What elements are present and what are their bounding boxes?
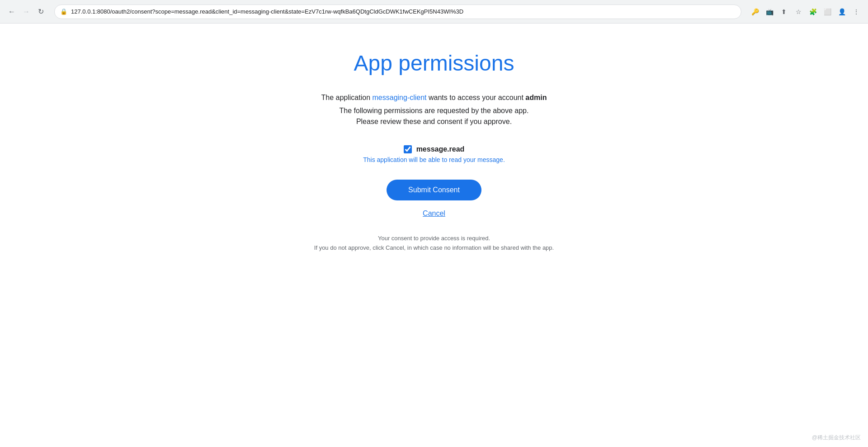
sub-desc-line2: Please review these and consent if you a… — [356, 118, 512, 125]
consent-note: Your consent to provide access is requir… — [314, 234, 554, 253]
share-icon: ⬆ — [781, 8, 787, 15]
desc-text-1: The application — [321, 94, 373, 101]
page-title: App permissions — [354, 51, 514, 76]
cast-button[interactable]: 📺 — [763, 5, 776, 18]
page-content: App permissions The application messagin… — [0, 24, 868, 447]
window-icon: ⬜ — [824, 8, 831, 15]
window-button[interactable]: ⬜ — [821, 5, 834, 18]
reload-button[interactable]: ↻ — [34, 5, 47, 18]
back-button[interactable]: ← — [5, 5, 18, 18]
key-button[interactable]: 🔑 — [749, 5, 761, 18]
forward-icon: → — [23, 8, 30, 16]
permission-checkbox[interactable] — [404, 145, 412, 153]
address-bar[interactable]: 🔒 — [54, 5, 741, 19]
profile-button[interactable]: 👤 — [835, 5, 848, 18]
desc-text-2: wants to access your account — [427, 94, 526, 101]
watermark: @稀土掘金技术社区 — [812, 434, 861, 442]
key-icon: 🔑 — [751, 8, 759, 15]
share-button[interactable]: ⬆ — [778, 5, 790, 18]
browser-actions: 🔑 📺 ⬆ ☆ 🧩 ⬜ 👤 ⋮ — [749, 5, 863, 18]
cast-icon: 📺 — [766, 8, 774, 15]
menu-button[interactable]: ⋮ — [850, 5, 863, 18]
puzzle-icon: 🧩 — [809, 8, 817, 15]
consent-note-line2: If you do not approve, click Cancel, in … — [314, 244, 554, 251]
extensions-button[interactable]: 🧩 — [807, 5, 819, 18]
permission-row: message.read — [404, 145, 465, 153]
nav-buttons: ← → ↻ — [5, 5, 47, 18]
cancel-link[interactable]: Cancel — [423, 209, 445, 218]
permission-description: This application will be able to read yo… — [363, 156, 505, 163]
menu-icon: ⋮ — [853, 8, 859, 15]
browser-chrome: ← → ↻ 🔒 🔑 📺 ⬆ ☆ 🧩 ⬜ 👤 — [0, 0, 868, 24]
consent-note-line1: Your consent to provide access is requir… — [378, 235, 490, 242]
reload-icon: ↻ — [38, 7, 44, 16]
main-container: App permissions The application messagin… — [298, 51, 570, 253]
app-name: messaging-client — [373, 94, 427, 101]
account-name: admin — [525, 94, 547, 101]
forward-button[interactable]: → — [20, 5, 33, 18]
profile-icon: 👤 — [838, 8, 846, 15]
sub-desc-line1: The following permissions are requested … — [340, 107, 529, 114]
lock-icon: 🔒 — [60, 8, 67, 15]
description-line2: The following permissions are requested … — [340, 105, 529, 127]
star-icon: ☆ — [796, 8, 802, 15]
back-icon: ← — [8, 8, 15, 16]
permission-label: message.read — [416, 145, 465, 153]
url-input[interactable] — [71, 8, 736, 15]
bookmark-button[interactable]: ☆ — [792, 5, 805, 18]
permission-item: message.read This application will be ab… — [363, 145, 505, 163]
submit-consent-button[interactable]: Submit Consent — [387, 180, 481, 200]
description-line1: The application messaging-client wants t… — [321, 94, 547, 102]
